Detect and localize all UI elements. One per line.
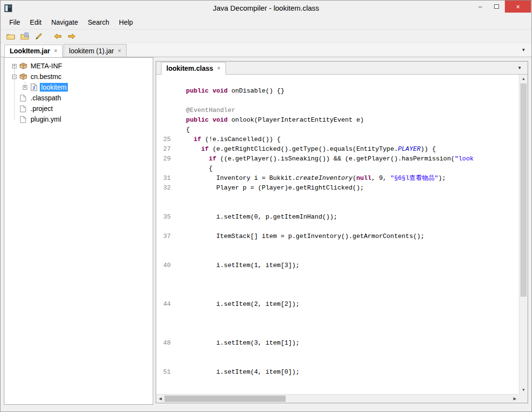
line-number: 32 — [156, 183, 171, 193]
line-number — [156, 86, 171, 96]
expand-icon[interactable]: + — [12, 64, 16, 68]
line-number-gutter: 2527293132353740444851 — [156, 75, 174, 394]
editor-tab-strip: lookitem.class × ▼ — [156, 62, 528, 75]
back-icon[interactable] — [51, 31, 64, 42]
forward-icon[interactable] — [65, 31, 78, 42]
open-jar-icon[interactable] — [4, 31, 17, 42]
package-icon — [19, 73, 27, 80]
line-number — [156, 203, 171, 212]
tree-item-classpath[interactable]: .classpath — [4, 93, 153, 103]
title-bar: Java Decompiler - lookitem.class – × — [0, 0, 532, 16]
scroll-down-icon[interactable]: ▼ — [519, 386, 528, 394]
code-line — [178, 358, 519, 367]
scroll-up-icon[interactable]: ▲ — [519, 75, 528, 83]
code-line: ItemStack[] item = p.getInventory().getA… — [178, 232, 519, 241]
tab-overflow-dropdown[interactable]: ▼ — [521, 48, 526, 52]
vertical-scrollbar[interactable]: ▲ ▼ — [519, 75, 528, 394]
tree-item-label: META-INF — [29, 62, 64, 70]
jar-tabs: LookItem.jar×lookitem (1).jar× — [4, 44, 128, 57]
menu-file[interactable]: File — [4, 16, 25, 28]
edit-icon[interactable] — [32, 31, 45, 42]
code-line — [178, 280, 519, 290]
code-line — [178, 329, 519, 338]
line-number — [156, 329, 171, 338]
tree-item-label: .classpath — [29, 94, 63, 102]
code-line — [178, 270, 519, 280]
editor-tab-overflow-dropdown[interactable]: ▼ — [517, 65, 522, 70]
tab-close-icon[interactable]: × — [54, 48, 57, 54]
scrollbar-corner — [519, 394, 528, 403]
code-line: if ((e.getPlayer().isSneaking()) && (e.g… — [178, 154, 519, 164]
line-number — [156, 193, 171, 203]
code-area: public void onDisable() {} @EventHandler… — [174, 75, 519, 394]
vertical-scrollbar-thumb[interactable] — [520, 83, 527, 297]
app-window: Java Decompiler - lookitem.class – × Fil… — [0, 0, 532, 412]
jar-tab-label: lookitem (1).jar — [69, 47, 114, 55]
code-line — [178, 319, 519, 329]
collapse-icon[interactable]: − — [12, 75, 16, 79]
tab-close-icon[interactable]: × — [217, 65, 221, 72]
code-line — [178, 241, 519, 251]
file-icon — [19, 105, 27, 112]
line-number: 44 — [156, 300, 171, 309]
horizontal-scrollbar[interactable]: ◀ ▶ — [156, 394, 519, 403]
code-line: i.setItem(1, item[3]); — [178, 261, 519, 270]
tree-item-label: lookitem — [40, 83, 68, 92]
menu-navigate[interactable]: Navigate — [47, 16, 83, 28]
expand-icon[interactable]: + — [23, 85, 27, 90]
scroll-right-icon[interactable]: ▶ — [511, 395, 519, 403]
jar-tab-label: LookItem.jar — [10, 47, 50, 55]
svg-text:J: J — [32, 85, 35, 91]
file-icon — [19, 115, 27, 123]
line-number — [156, 358, 171, 367]
code-line: @EventHandler — [178, 106, 519, 115]
code-line: { — [178, 164, 519, 174]
line-number — [156, 251, 171, 261]
horizontal-scrollbar-thumb[interactable] — [164, 396, 286, 402]
code-line: public void onDisable() {} — [178, 86, 519, 96]
line-number: 37 — [156, 232, 171, 241]
jar-tab-lookitem-jar[interactable]: LookItem.jar× — [4, 45, 63, 57]
code-line — [178, 193, 519, 203]
line-number: 51 — [156, 367, 171, 377]
window-controls: – × — [472, 0, 532, 16]
tree-item-cn-bestmc[interactable]: −cn.bestmc — [4, 71, 153, 82]
code-editor: 2527293132353740444851 public void onDis… — [156, 75, 528, 403]
line-number: 40 — [156, 261, 171, 270]
line-number — [156, 309, 171, 319]
menu-edit[interactable]: Edit — [25, 16, 47, 28]
line-number: 25 — [156, 135, 171, 144]
line-number — [156, 96, 171, 106]
line-number — [156, 164, 171, 174]
tree-items: +META-INF−cn.bestmc+Jlookitem.classpath.… — [4, 61, 153, 125]
scroll-left-icon[interactable]: ◀ — [156, 395, 164, 403]
line-number — [156, 280, 171, 290]
menu-help[interactable]: Help — [114, 16, 138, 28]
code-line — [178, 348, 519, 358]
code-line: i.setItem(2, item[2]); — [178, 300, 519, 309]
line-number — [156, 290, 171, 300]
minimize-button[interactable]: – — [472, 0, 488, 13]
tree-item-lookitem[interactable]: +Jlookitem — [4, 82, 153, 93]
jar-tab-lookitem-1-jar[interactable]: lookitem (1).jar× — [64, 44, 127, 57]
tree-item-meta-inf[interactable]: +META-INF — [4, 61, 153, 71]
menu-bar: FileEditNavigateSearchHelp — [0, 16, 532, 30]
tree-item-label: cn.bestmc — [29, 72, 63, 81]
code-line — [178, 251, 519, 261]
open-file-icon[interactable] — [18, 31, 31, 42]
line-number — [156, 222, 171, 232]
maximize-button[interactable] — [488, 0, 505, 13]
close-button[interactable]: × — [505, 0, 531, 13]
tree-item-project[interactable]: .project — [4, 103, 153, 114]
menu-search[interactable]: Search — [83, 16, 114, 28]
code-line — [178, 290, 519, 300]
class-icon: J — [30, 83, 38, 91]
code-viewport[interactable]: 2527293132353740444851 public void onDis… — [156, 75, 519, 394]
code-line: if (e.getRightClicked().getType().equals… — [178, 144, 519, 154]
code-line: i.setItem(4, item[0]); — [178, 367, 519, 377]
editor-tab-lookitem-class[interactable]: lookitem.class × — [161, 62, 226, 75]
tab-close-icon[interactable]: × — [118, 48, 121, 54]
tree-item-plugin-yml[interactable]: plugin.yml — [4, 114, 153, 125]
toolbar — [0, 30, 532, 43]
app-icon — [4, 4, 12, 12]
